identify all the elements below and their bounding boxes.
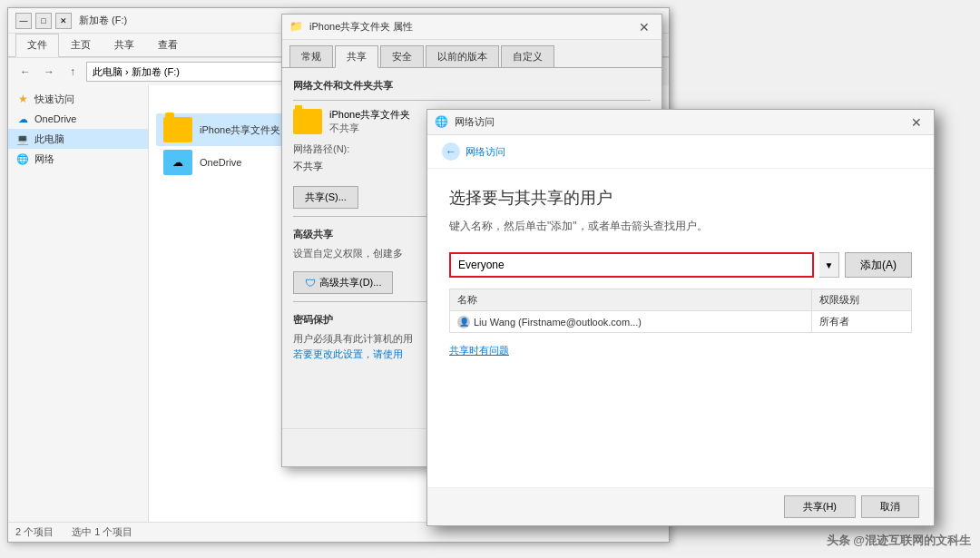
table-row[interactable]: 👤 Liu Wang (Firstname@outlook.com...) 所有… <box>450 311 912 333</box>
status-items: 2 个项目 <box>15 525 54 539</box>
network-cancel-button[interactable]: 取消 <box>861 495 919 518</box>
col-header-name: 名称 <box>450 289 812 311</box>
star-icon: ★ <box>15 92 30 106</box>
network-dialog-body: 选择要与其共享的用户 键入名称，然后单击"添加"，或者单击箭头查找用户。 ▼ 添… <box>427 169 934 487</box>
properties-close-button[interactable]: ✕ <box>634 17 654 37</box>
dropdown-arrow[interactable]: ▼ <box>819 252 839 278</box>
tab-view[interactable]: 查看 <box>146 34 190 56</box>
share-button-label: 共享(S)... <box>305 191 347 204</box>
user-input[interactable] <box>449 252 814 278</box>
breadcrumb-text: 网络访问 <box>466 145 505 159</box>
user-avatar: 👤 <box>457 316 470 328</box>
advanced-btn-label: 高级共享(D)... <box>319 276 381 289</box>
prop-tab-custom[interactable]: 自定义 <box>501 45 554 68</box>
shield-icon: 🛡 <box>305 277 316 289</box>
folder-prop-icon <box>293 109 322 134</box>
network-access-dialog: 🌐 网络访问 ✕ ← 网络访问 选择要与其共享的用户 键入名称，然后单击"添加"… <box>426 109 935 526</box>
share-button[interactable]: 共享(S)... <box>293 186 358 209</box>
pc-icon: 💻 <box>15 132 30 146</box>
col-header-permission: 权限级别 <box>811 289 912 311</box>
tab-share[interactable]: 共享 <box>103 34 146 56</box>
network-dialog-title: 网络访问 <box>455 115 906 129</box>
cloud-folder-icon: ☁ <box>163 150 192 175</box>
share-help-link[interactable]: 共享时有问题 <box>449 344 912 357</box>
prop-tab-share[interactable]: 共享 <box>335 45 378 68</box>
sidebar-item-onedrive[interactable]: ☁ OneDrive <box>8 109 148 129</box>
network-dialog-title-bar: 🌐 网络访问 ✕ <box>427 110 934 135</box>
close-button[interactable]: ✕ <box>55 13 72 29</box>
file-name-onedrive: OneDrive <box>200 157 241 168</box>
share-section-title: 网络文件和文件夹共享 <box>293 79 651 93</box>
network-dialog-close-button[interactable]: ✕ <box>906 113 926 132</box>
user-info: 👤 Liu Wang (Firstname@outlook.com...) <box>457 316 642 328</box>
folder-info: iPhone共享文件夹 不共享 <box>329 108 410 135</box>
network-icon: 🌐 <box>15 152 30 166</box>
prop-tab-security[interactable]: 安全 <box>380 45 424 68</box>
sidebar-label-quickaccess: 快速访问 <box>34 93 74 106</box>
user-input-row: ▼ 添加(A) <box>449 252 912 278</box>
user-permission-cell: 所有者 <box>811 311 912 333</box>
sidebar: ★ 快速访问 ☁ OneDrive 💻 此电脑 🌐 网络 <box>8 85 149 522</box>
prop-tab-general[interactable]: 常规 <box>289 45 333 68</box>
status-selected: 选中 1 个项目 <box>72 525 132 539</box>
properties-tabs: 常规 共享 安全 以前的版本 自定义 <box>282 40 662 68</box>
network-dialog-icon: 🌐 <box>435 115 449 130</box>
network-dialog-footer: 共享(H) 取消 <box>427 487 934 525</box>
sidebar-item-quickaccess[interactable]: ★ 快速访问 <box>8 89 148 109</box>
tab-file[interactable]: 文件 <box>15 34 59 57</box>
window-controls: — □ ✕ <box>15 13 72 29</box>
user-name-cell: 👤 Liu Wang (Firstname@outlook.com...) <box>450 311 812 333</box>
folder-prop-name: iPhone共享文件夹 <box>329 108 410 122</box>
properties-title-bar: 📁 iPhone共享文件夹 属性 ✕ <box>282 15 662 40</box>
advanced-share-button[interactable]: 🛡 高级共享(D)... <box>293 271 393 294</box>
back-button[interactable]: ← <box>15 62 35 82</box>
maximize-button[interactable]: □ <box>35 13 52 29</box>
network-dialog-heading: 选择要与其共享的用户 <box>449 187 912 209</box>
sidebar-item-network[interactable]: 🌐 网络 <box>8 149 148 169</box>
address-text: 此电脑 › 新加卷 (F:) <box>93 65 180 79</box>
users-table: 名称 权限级别 👤 Liu Wang (Firstname@outlook.co… <box>449 289 912 333</box>
network-dialog-description: 键入名称，然后单击"添加"，或者单击箭头查找用户。 <box>449 218 912 234</box>
up-button[interactable]: ↑ <box>63 62 83 82</box>
network-dialog-breadcrumb[interactable]: ← 网络访问 <box>427 135 934 169</box>
folder-icon <box>163 117 192 142</box>
cloud-icon: ☁ <box>15 112 30 126</box>
minimize-button[interactable]: — <box>15 13 32 29</box>
sidebar-label-thispc: 此电脑 <box>34 132 64 146</box>
breadcrumb-icon: ← <box>442 142 460 161</box>
properties-title: iPhone共享文件夹 属性 <box>309 20 634 34</box>
watermark: 头条 @混迹互联网的文科生 <box>827 533 971 549</box>
folder-prop-status: 不共享 <box>329 122 410 135</box>
sidebar-item-thispc[interactable]: 💻 此电脑 <box>8 129 148 149</box>
share-confirm-button[interactable]: 共享(H) <box>784 495 856 518</box>
user-name: Liu Wang (Firstname@outlook.com...) <box>474 317 642 328</box>
sidebar-label-onedrive: OneDrive <box>34 113 76 124</box>
prop-tab-previous[interactable]: 以前的版本 <box>426 45 499 68</box>
tab-home[interactable]: 主页 <box>59 34 103 56</box>
add-user-button[interactable]: 添加(A) <box>845 252 912 278</box>
forward-button[interactable]: → <box>39 62 59 82</box>
divider-1 <box>293 100 651 101</box>
sidebar-label-network: 网络 <box>34 152 54 166</box>
folder-dialog-icon: 📁 <box>289 20 304 34</box>
file-name-iphone: iPhone共享文件夹 <box>200 123 280 137</box>
